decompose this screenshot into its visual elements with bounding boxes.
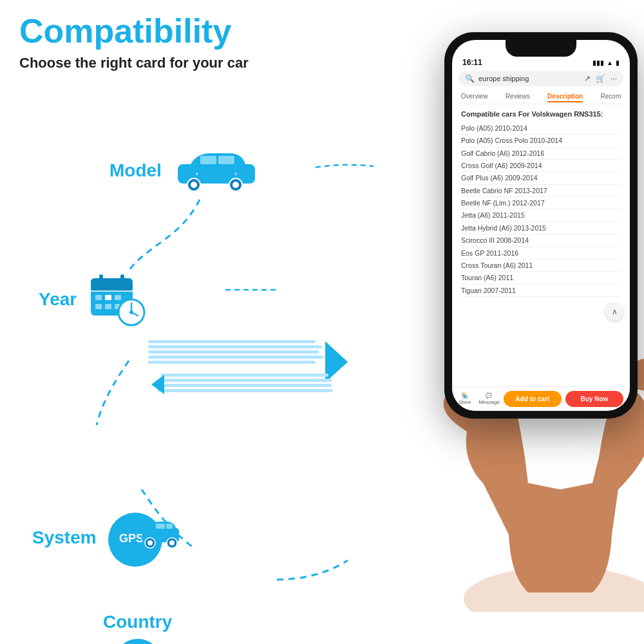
svg-rect-5 bbox=[200, 156, 216, 164]
svg-rect-43 bbox=[166, 524, 173, 529]
left-content: Compatibility Choose the right card for … bbox=[19, 13, 374, 97]
list-item: Cross Touran (A6) 2011 bbox=[461, 260, 621, 272]
list-item: Jetta (A6) 2011-2015 bbox=[461, 209, 621, 222]
list-item: Beetle Cabrio NF 2013-2017 bbox=[461, 185, 621, 197]
tab-reviews[interactable]: Reviews bbox=[506, 93, 530, 102]
bottom-icons: 🏪 Store 💬 Message bbox=[459, 393, 500, 405]
svg-point-4 bbox=[232, 182, 239, 188]
search-text: europe shipping bbox=[478, 75, 580, 82]
list-item: Cross Golf (A6) 2009-2014 bbox=[461, 160, 621, 172]
signal-icon: ▮▮▮ bbox=[592, 59, 604, 66]
message-icon: 💬 bbox=[486, 393, 492, 399]
tab-overview[interactable]: Overview bbox=[461, 93, 488, 102]
svg-rect-15 bbox=[95, 304, 102, 309]
svg-text:GPS: GPS bbox=[119, 532, 144, 545]
system-section: System GPS bbox=[32, 509, 184, 567]
phone-content: Compatible cars For Volskwagen RNS315: P… bbox=[452, 104, 630, 392]
svg-rect-28 bbox=[148, 361, 316, 364]
list-item: Polo (A05) Cross Polo 2010-2014 bbox=[461, 135, 621, 147]
page-title: Compatibility bbox=[19, 13, 374, 50]
svg-marker-29 bbox=[325, 341, 348, 383]
svg-rect-14 bbox=[115, 295, 121, 300]
svg-rect-26 bbox=[148, 350, 319, 354]
svg-rect-24 bbox=[148, 340, 316, 343]
battery-icon: ▮ bbox=[616, 59, 620, 66]
buy-now-button[interactable]: Buy Now bbox=[565, 391, 623, 407]
calendar-icon bbox=[88, 270, 146, 328]
year-section: Year bbox=[39, 270, 146, 328]
system-label: System bbox=[32, 527, 97, 548]
phone-container: 16:11 ▮▮▮ ▲ ▮ 🔍 europe shipping ↗ 🛒 ··· bbox=[386, 32, 644, 592]
model-label: Model bbox=[109, 160, 162, 181]
country-section: Country bbox=[103, 612, 172, 644]
svg-rect-33 bbox=[158, 389, 333, 392]
phone-screen: 16:11 ▮▮▮ ▲ ▮ 🔍 europe shipping ↗ 🛒 ··· bbox=[452, 40, 630, 411]
svg-rect-19 bbox=[120, 274, 124, 283]
search-bar[interactable]: 🔍 europe shipping ↗ 🛒 ··· bbox=[459, 71, 623, 86]
list-item: Beetle NF (Lim.) 2012-2017 bbox=[461, 197, 621, 209]
wifi-icon: ▲ bbox=[607, 59, 613, 66]
svg-rect-13 bbox=[105, 295, 111, 300]
diagram-area: Model Year bbox=[19, 129, 380, 612]
list-item: Polo (A05) 2010-2014 bbox=[461, 122, 621, 135]
list-item: Golf Cabrio (A6) 2012-2016 bbox=[461, 147, 621, 160]
list-item: Jetta Hybrid (A6) 2013-2015 bbox=[461, 222, 621, 234]
main-container: Compatibility Choose the right card for … bbox=[0, 0, 644, 644]
svg-rect-31 bbox=[158, 379, 332, 382]
svg-rect-16 bbox=[105, 304, 111, 309]
add-to-cart-button[interactable]: Add to cart bbox=[504, 391, 562, 407]
page-subtitle: Choose the right card for your car bbox=[19, 55, 374, 71]
svg-marker-34 bbox=[151, 375, 164, 394]
svg-rect-25 bbox=[148, 345, 322, 348]
tab-recom[interactable]: Recom bbox=[601, 93, 621, 102]
list-item: Touran (A6) 2011 bbox=[461, 272, 621, 284]
store-label: Store bbox=[459, 399, 471, 405]
svg-rect-32 bbox=[161, 384, 332, 387]
message-button[interactable]: 💬 Message bbox=[478, 393, 499, 405]
svg-rect-18 bbox=[99, 274, 103, 283]
list-item: Scirocco III 2008-2014 bbox=[461, 234, 621, 247]
svg-point-41 bbox=[169, 540, 175, 545]
svg-rect-10 bbox=[91, 278, 133, 291]
car-list: Polo (A05) 2010-2014Polo (A05) Cross Pol… bbox=[461, 122, 621, 297]
year-label: Year bbox=[39, 289, 77, 310]
content-header: Compatible cars For Volskwagen RNS315: bbox=[461, 108, 621, 121]
scroll-up-button[interactable]: ∧ bbox=[605, 303, 623, 321]
svg-point-39 bbox=[147, 540, 153, 545]
arrows-svg bbox=[148, 335, 354, 399]
nav-tabs: Overview Reviews Description Recom bbox=[452, 90, 630, 104]
list-item: Golf Plus (A6) 2009-2014 bbox=[461, 172, 621, 184]
model-section: Model bbox=[109, 148, 261, 193]
search-actions: ↗ 🛒 ··· bbox=[584, 74, 617, 83]
more-icon[interactable]: ··· bbox=[611, 74, 617, 83]
svg-rect-30 bbox=[161, 374, 328, 377]
status-time: 16:11 bbox=[462, 58, 482, 67]
country-label: Country bbox=[103, 612, 172, 632]
message-label: Message bbox=[478, 399, 499, 405]
status-icons: ▮▮▮ ▲ ▮ bbox=[592, 59, 620, 66]
svg-rect-42 bbox=[156, 524, 165, 529]
phone-frame: 16:11 ▮▮▮ ▲ ▮ 🔍 europe shipping ↗ 🛒 ··· bbox=[444, 32, 638, 419]
svg-point-2 bbox=[191, 182, 197, 188]
svg-rect-6 bbox=[218, 156, 234, 164]
store-icon: 🏪 bbox=[462, 393, 468, 399]
stripe-arrows bbox=[148, 335, 354, 399]
share-icon[interactable]: ↗ bbox=[584, 74, 591, 83]
gps-car-icon: GPS bbox=[100, 509, 184, 567]
cart-icon[interactable]: 🛒 bbox=[596, 74, 605, 83]
status-bar: 16:11 ▮▮▮ ▲ ▮ bbox=[452, 55, 630, 67]
svg-rect-12 bbox=[95, 295, 102, 300]
location-icon bbox=[112, 636, 164, 644]
tab-description[interactable]: Description bbox=[547, 93, 583, 102]
phone-notch bbox=[506, 40, 576, 57]
store-button[interactable]: 🏪 Store bbox=[459, 393, 471, 405]
bottom-bar: 🏪 Store 💬 Message Add to cart Buy Now bbox=[452, 386, 630, 411]
list-item: Tiguan 2007-2011 bbox=[461, 285, 621, 297]
search-icon: 🔍 bbox=[465, 74, 475, 83]
svg-rect-27 bbox=[148, 355, 323, 359]
list-item: Eos GP 2011-2016 bbox=[461, 247, 621, 260]
model-car-icon bbox=[171, 148, 261, 193]
